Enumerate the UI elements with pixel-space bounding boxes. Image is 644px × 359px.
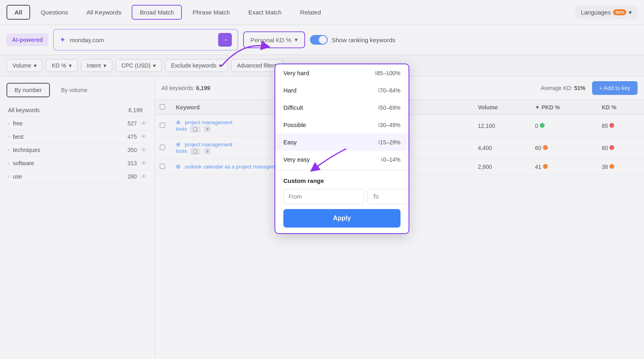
show-ranking-label: Show ranking keywords <box>332 37 395 43</box>
chevron-right-icon: › <box>8 174 10 179</box>
chevron-right-icon: › <box>8 121 10 126</box>
option-label-very-easy: Very easy <box>283 156 378 163</box>
col-pkd: ✦ PKD % <box>530 100 597 115</box>
tab-questions[interactable]: Questions <box>33 5 76 20</box>
dropdown-option-difficult[interactable]: Difficult ℹ 50–69% <box>275 99 409 116</box>
tab-all[interactable]: All <box>6 5 30 20</box>
avg-kd: Average KD: 51% <box>541 85 586 91</box>
filter-exclude[interactable]: Exclude keywords ▾ <box>165 59 228 72</box>
add-circle-icon[interactable]: ⊕ <box>176 163 181 170</box>
filter-volume[interactable]: Volume ▾ <box>6 59 43 72</box>
kd-dropdown-trigger[interactable]: Personal KD % ▾ <box>243 31 305 48</box>
avg-kd-value: 51% <box>574 85 586 91</box>
search-input-wrap: ✦ → <box>53 29 238 51</box>
eye-icon[interactable]: 👁 <box>141 160 147 166</box>
volume-cell: 12,100 <box>473 115 530 137</box>
toggle-wrap: Show ranking keywords <box>310 35 395 45</box>
sidebar-all-keywords[interactable]: All keywords 6,199 <box>6 104 148 117</box>
row-checkbox[interactable] <box>160 145 165 150</box>
kd-cell: 85 <box>597 115 644 137</box>
option-range-difficult: 50–69% <box>380 105 400 111</box>
eye-icon[interactable]: 👁 <box>141 120 147 127</box>
sidebar-all-keywords-count: 6,199 <box>128 107 142 113</box>
kd-dot-red <box>609 145 614 150</box>
option-label-hard: Hard <box>283 87 376 94</box>
beta-badge: beta <box>613 9 626 15</box>
dropdown-option-very-hard[interactable]: Very hard ℹ 85–100% <box>275 64 409 82</box>
filter-advanced-label: Advanced filters <box>237 62 277 69</box>
kd-cell: 80 <box>597 137 644 159</box>
sidebar-item-use[interactable]: › use 280 👁 <box>6 170 148 183</box>
filter-cpc[interactable]: CPC (USD) ▾ <box>116 59 162 72</box>
tab-bar: All Questions All Keywords Broad Match P… <box>0 0 644 25</box>
col-checkbox <box>155 100 171 115</box>
sidebar-item-free[interactable]: › free 527 👁 <box>6 117 148 130</box>
tab-all-keywords[interactable]: All Keywords <box>78 5 130 20</box>
sidebar-item-software[interactable]: › software 313 👁 <box>6 157 148 170</box>
avg-kd-label: Average KD: <box>541 85 573 91</box>
add-circle-icon[interactable]: ⊕ <box>176 119 181 125</box>
eye-icon[interactable]: 👁 <box>141 173 147 180</box>
dropdown-option-hard[interactable]: Hard ℹ 70–84% <box>275 82 409 99</box>
kd-dropdown-overlay: Very hard ℹ 85–100% Hard ℹ 70–84% Diffic… <box>275 64 409 234</box>
eye-icon[interactable]: 👁 <box>141 133 147 140</box>
chevron-down-icon: ▾ <box>629 9 632 16</box>
add-circle-icon[interactable]: ⊕ <box>176 141 181 148</box>
sidebar-item-name-use: use <box>13 173 128 180</box>
dropdown-option-very-easy[interactable]: Very easy ℹ 0–14% <box>275 151 409 168</box>
eye-icon[interactable]: 👁 <box>141 147 147 153</box>
tag-badge: 📋 <box>190 126 200 133</box>
option-range-possible: 30–49% <box>380 122 400 128</box>
add-to-key-button[interactable]: + Add to key <box>592 81 638 95</box>
row-checkbox[interactable] <box>160 164 165 169</box>
tab-languages[interactable]: Languages beta ▾ <box>575 6 638 19</box>
volume-cell: 4,400 <box>473 137 530 159</box>
search-input[interactable] <box>70 37 214 43</box>
sidebar-item-techniques[interactable]: › techniques 350 👁 <box>6 144 148 157</box>
option-label-very-hard: Very hard <box>283 70 372 76</box>
chevron-down-icon: ▾ <box>34 62 37 69</box>
dropdown-option-easy[interactable]: Easy ℹ 15–29% <box>275 133 409 151</box>
filter-intent[interactable]: Intent ▾ <box>81 59 112 72</box>
tag-badge: 📋 <box>190 148 200 155</box>
by-volume-button[interactable]: By volume <box>53 83 95 97</box>
col-volume: Volume <box>473 100 530 115</box>
chevron-down-icon: ▾ <box>219 62 222 69</box>
sidebar-item-count-use: 280 <box>128 173 137 180</box>
apply-button[interactable]: Apply <box>283 209 400 228</box>
custom-range-section: Custom range Apply <box>275 172 409 233</box>
tab-broad-match[interactable]: Broad Match <box>132 5 182 20</box>
ai-powered-button[interactable]: AI-powered <box>6 33 48 46</box>
custom-range-to[interactable] <box>367 189 409 204</box>
chevron-right-icon: › <box>8 134 10 139</box>
by-number-button[interactable]: By number <box>6 83 50 97</box>
custom-range-from[interactable] <box>283 189 364 204</box>
filter-kd[interactable]: KD % ▾ <box>46 59 78 72</box>
filter-volume-label: Volume <box>12 62 31 69</box>
option-label-easy: Easy <box>283 139 376 146</box>
option-label-possible: Possible <box>283 121 376 128</box>
sidebar-item-name-software: software <box>13 160 128 166</box>
tab-related[interactable]: Related <box>292 5 329 20</box>
search-submit-button[interactable]: → <box>218 33 232 47</box>
all-keywords-info: All keywords: 6,199 <box>161 85 210 91</box>
select-all-checkbox[interactable] <box>160 104 165 109</box>
option-label-difficult: Difficult <box>283 104 376 111</box>
sidebar-all-keywords-label: All keywords <box>8 107 128 113</box>
sidebar-header: By number By volume <box>6 83 148 97</box>
filter-intent-label: Intent <box>87 62 101 69</box>
custom-range-label: Custom range <box>283 177 400 184</box>
pkd-cell: 41 <box>530 159 597 175</box>
sidebar-item-name-best: best <box>13 133 128 140</box>
dropdown-option-possible[interactable]: Possible ℹ 30–49% <box>275 116 409 133</box>
custom-range-inputs <box>283 189 400 204</box>
row-checkbox[interactable] <box>160 123 165 128</box>
sidebar: By number By volume All keywords 6,199 ›… <box>0 76 155 359</box>
pkd-cell: 0 <box>530 115 597 137</box>
show-ranking-toggle[interactable] <box>310 35 328 45</box>
tab-phrase-match[interactable]: Phrase Match <box>184 5 238 20</box>
sparkle-icon-small: ✦ <box>535 104 540 111</box>
sidebar-item-best[interactable]: › best 475 👁 <box>6 130 148 144</box>
tab-exact-match[interactable]: Exact Match <box>240 5 290 20</box>
all-keywords-count: 6,199 <box>196 85 210 91</box>
